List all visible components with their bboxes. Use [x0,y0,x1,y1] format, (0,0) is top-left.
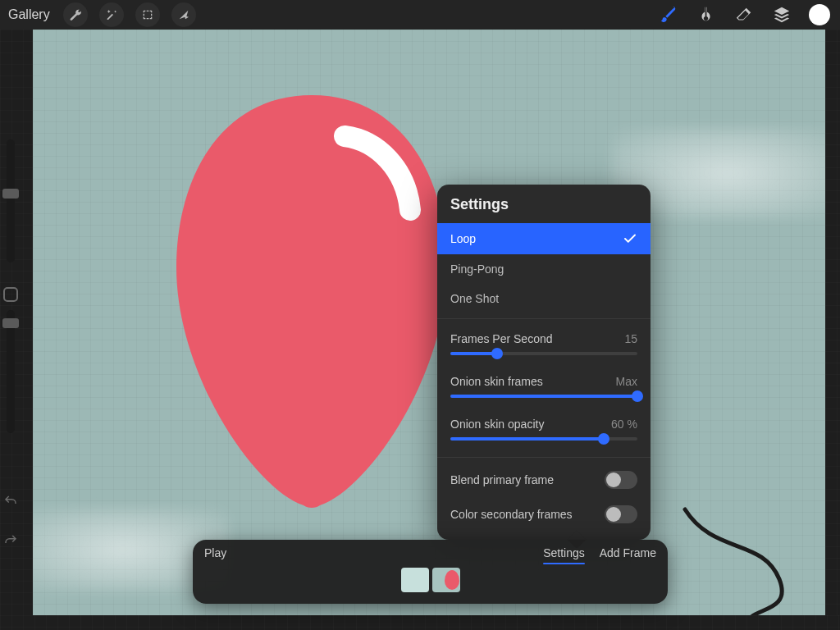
canvas[interactable] [33,30,825,615]
onion-frames-slider-row: Onion skin frames Max [437,367,651,409]
gallery-button[interactable]: Gallery [8,7,50,22]
add-frame-button[interactable]: Add Frame [600,546,656,559]
eraser-button[interactable] [732,2,756,27]
transform-button[interactable] [171,2,196,27]
workspace-grid [0,615,840,630]
color-secondary-toggle[interactable] [605,505,637,523]
divider [437,318,651,319]
wand-icon [105,8,118,21]
onion-opacity-slider[interactable] [450,437,637,441]
color-button[interactable] [807,2,832,27]
color-swatch-icon [809,4,830,25]
layers-icon [773,6,791,24]
blend-primary-toggle-row: Blend primary frame [437,463,651,497]
adjustments-button[interactable] [99,2,124,27]
fps-slider[interactable] [450,352,637,355]
side-sliders [0,139,21,450]
playback-pingpong-option[interactable]: Ping-Pong [437,254,651,284]
animation-settings-popover: Settings Loop Ping-Pong One Shot Frames … [437,185,651,540]
blend-primary-toggle[interactable] [605,471,637,489]
arrow-icon [177,8,190,21]
onion-frames-value: Max [616,375,637,388]
frame-thumbnail[interactable] [401,568,429,592]
color-secondary-toggle-row: Color secondary frames [437,497,651,532]
balloon-art [164,87,459,514]
onion-opacity-slider-row: Onion skin opacity 60 % [437,409,651,452]
timeline-settings-button[interactable]: Settings [543,546,585,559]
onion-frames-slider[interactable] [450,395,637,398]
playback-loop-option[interactable]: Loop [437,223,651,254]
frames-strip[interactable] [204,564,656,596]
check-icon [623,231,637,246]
color-secondary-label: Color secondary frames [450,508,573,521]
brush-icon [660,6,678,24]
redo-icon[interactable] [3,533,18,548]
top-toolbar: Gallery [0,0,840,30]
animation-timeline: Play Settings Add Frame [193,540,668,604]
brush-opacity-slider[interactable] [7,310,15,433]
play-button[interactable]: Play [204,546,226,559]
onion-frames-label: Onion skin frames [450,375,543,388]
fps-slider-row: Frames Per Second 15 [437,324,651,367]
divider [437,457,651,458]
modify-button[interactable] [3,287,18,302]
fps-value: 15 [624,332,637,345]
brush-size-slider[interactable] [7,139,15,262]
playback-oneshot-option[interactable]: One Shot [437,284,651,313]
smudge-button[interactable] [694,2,719,27]
frame-thumbnail[interactable] [432,568,460,592]
workspace-grid [825,30,840,615]
blend-primary-label: Blend primary frame [450,473,554,486]
popover-title: Settings [437,185,651,223]
undo-redo-group [3,494,18,548]
selection-icon [141,8,154,21]
wrench-icon [69,8,82,21]
brush-button[interactable] [656,2,681,27]
actions-button[interactable] [63,2,88,27]
selection-button[interactable] [135,2,160,27]
layers-button[interactable] [769,2,794,27]
onion-opacity-value: 60 % [611,418,637,431]
undo-icon[interactable] [3,494,18,509]
eraser-icon [735,6,753,24]
canvas-area[interactable] [33,30,825,615]
fps-label: Frames Per Second [450,332,553,345]
onion-opacity-label: Onion skin opacity [450,418,544,431]
smudge-icon [697,6,715,24]
